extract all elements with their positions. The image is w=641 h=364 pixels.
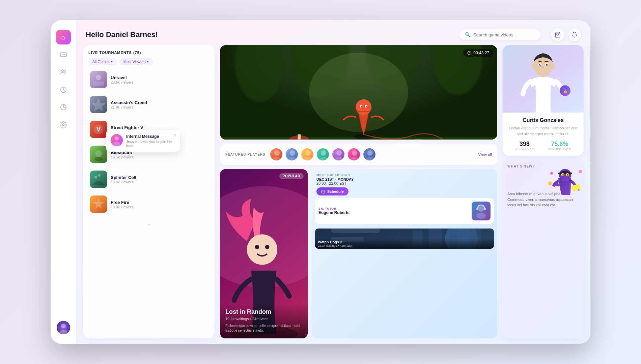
player-avatar-2[interactable]	[285, 148, 299, 161]
sidebar-item-team[interactable]	[56, 65, 71, 80]
svg-text:V: V	[96, 126, 101, 133]
filter-all-games[interactable]: All Games	[88, 58, 117, 65]
winner-rate-value: 75.6%	[548, 141, 571, 148]
filter-most-viewers[interactable]: Most Viewers	[119, 58, 153, 65]
tournament-item-splintercell[interactable]: Splinter Cell 18.6k viewers	[88, 169, 209, 190]
svg-point-48	[366, 106, 367, 107]
schedule-button[interactable]: Schedule	[316, 187, 349, 195]
shop-icon-btn[interactable]	[551, 28, 564, 41]
lost-in-random-info: Lost in Random 19.2k waitings • 24m late…	[220, 303, 308, 338]
lost-in-random-card[interactable]: POPULAR Lost in Random 19.2k waitings • …	[220, 169, 308, 338]
svg-point-57	[319, 157, 328, 161]
svg-point-55	[304, 157, 312, 161]
svg-point-60	[352, 150, 357, 156]
svg-point-94	[540, 64, 541, 65]
unravel-thumb	[90, 71, 107, 88]
clock-icon	[467, 51, 471, 55]
svg-point-58	[336, 150, 342, 156]
svg-point-56	[321, 150, 326, 156]
svg-point-61	[351, 157, 359, 161]
svg-point-100	[559, 169, 571, 181]
featured-players-label: FEATURED PLAYERS	[225, 153, 266, 156]
player-avatar-7[interactable]	[363, 148, 376, 161]
superstar-header: MEET SUPER STAR DEC 21ST - MONDAY 20:00 …	[312, 169, 497, 198]
svg-point-76	[476, 213, 486, 219]
svg-point-68	[255, 245, 259, 249]
message-text: Jessie invites you to join her team	[126, 140, 175, 148]
tournament-item-unravel[interactable]: Unravel 23.6k viewers	[88, 69, 209, 90]
superstar-card: MEET SUPER STAR DEC 21ST - MONDAY 20:00 …	[312, 169, 497, 338]
svg-point-50	[274, 150, 280, 156]
svg-point-67	[247, 234, 277, 265]
player-avatar-1[interactable]	[270, 148, 283, 161]
player-hero-svg: 🏅	[503, 45, 584, 113]
svg-point-109	[550, 172, 553, 175]
search-input[interactable]	[473, 32, 535, 37]
svg-point-93	[546, 64, 548, 66]
player-avatar-6[interactable]	[347, 148, 361, 161]
svg-point-63	[366, 157, 374, 161]
player-name: Curtis Gonzales	[508, 117, 578, 123]
watch-dogs-preview[interactable]: Watch Dogs 2 22.3k waitings • 41m later	[315, 229, 494, 249]
center-panel: 00:43:27 FEATURED PLAYERS	[220, 45, 497, 338]
all-games-stat: 398 ALL GAMES	[515, 141, 534, 151]
svg-point-25	[95, 150, 102, 157]
streetfighter-thumb: V	[90, 121, 107, 138]
player-avatar-5[interactable]	[332, 148, 345, 161]
message-close-button[interactable]: ✕	[173, 133, 177, 138]
svg-point-107	[579, 170, 582, 173]
svg-rect-106	[572, 184, 581, 192]
watch-dogs-title: Watch Dogs 2	[318, 240, 491, 244]
load-more-button[interactable]: ⌄	[88, 220, 209, 227]
calendar-icon	[321, 189, 325, 193]
player-stats: 398 ALL GAMES 75.6% WINNER RATE	[508, 141, 578, 151]
assassins-info: Assassin's Creed 21.9k viewers	[111, 100, 208, 109]
page-title: Hello Daniel Barnes!	[86, 30, 158, 39]
svg-rect-15	[93, 82, 104, 86]
tournament-item-assassins[interactable]: Assassin's Creed 21.9k viewers	[88, 94, 209, 115]
all-games-value: 398	[515, 141, 534, 148]
view-all-players-link[interactable]: View all	[478, 152, 492, 156]
svg-rect-40	[298, 134, 301, 140]
svg-point-59	[335, 157, 343, 161]
tournament-item-freefire[interactable]: Free Fire 18.3k viewers	[88, 193, 209, 215]
svg-point-53	[288, 157, 297, 161]
splintercell-thumb	[90, 171, 107, 188]
player-avatar-3[interactable]	[301, 148, 314, 161]
sidebar-item-home[interactable]: ⌂	[56, 30, 71, 44]
assassins-thumb	[90, 96, 107, 113]
svg-point-69	[265, 245, 270, 249]
watch-dogs-info: Watch Dogs 2 22.3k waitings • 41m later	[315, 239, 494, 249]
svg-rect-27	[90, 171, 107, 188]
superstar-date: DEC 21ST - MONDAY	[316, 177, 493, 181]
sidebar-item-pie[interactable]	[56, 100, 71, 115]
winner-rate-label: WINNER RATE	[548, 148, 571, 151]
player-card-hero: 🏅	[503, 45, 584, 113]
winner-rate-stat: 75.6% WINNER RATE	[548, 141, 571, 151]
player-description: Lectus vestibulum mattis ullamcorper vel…	[508, 125, 578, 136]
video-hero[interactable]: 00:43:27	[220, 45, 497, 140]
message-title: Internal Message	[126, 134, 175, 139]
tournaments-panel: LIVE TOURNAMENTS (75) All Games Most Vie…	[83, 45, 215, 338]
notification-icon-btn[interactable]	[568, 28, 581, 41]
svg-point-4	[61, 70, 63, 72]
player-avatar-4[interactable]	[316, 148, 330, 161]
svg-point-105	[567, 174, 568, 176]
timer-value: 00:43:27	[473, 51, 489, 55]
popular-badge: POPULAR	[279, 173, 304, 179]
svg-point-54	[305, 150, 311, 156]
freefire-info: Free Fire 18.3k viewers	[111, 200, 208, 209]
user-avatar[interactable]	[57, 321, 70, 334]
biomutant-thumb	[90, 146, 107, 163]
sidebar-item-stats[interactable]	[56, 82, 71, 97]
svg-point-22	[115, 136, 119, 141]
sidebar-item-games[interactable]	[56, 47, 71, 62]
featured-players-section: FEATURED PLAYERS	[220, 144, 497, 165]
sidebar-item-settings[interactable]	[56, 117, 71, 132]
svg-rect-70	[322, 190, 325, 193]
search-icon: 🔍	[465, 32, 471, 37]
svg-point-42	[309, 53, 408, 132]
svg-rect-81	[331, 229, 380, 233]
svg-point-26	[94, 157, 103, 161]
svg-point-104	[562, 174, 564, 176]
